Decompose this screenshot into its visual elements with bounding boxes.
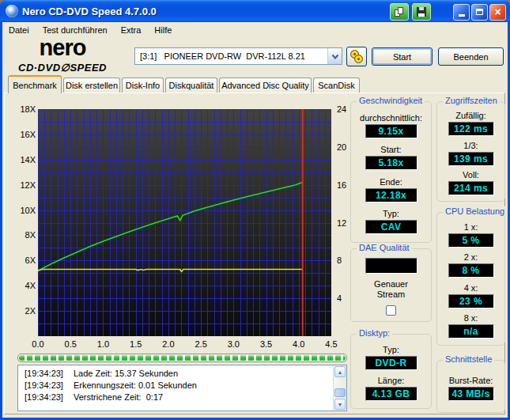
field-label: Ende:: [380, 177, 402, 187]
axis-tick: 20: [337, 142, 346, 152]
lcd-burst-rate: 43 MB/s: [448, 387, 494, 401]
titlebar[interactable]: Nero CD-DVD Speed 4.7.0.0 ×: [0, 0, 510, 22]
panel-geschwindigkeit: Geschwindigkeit durchschnittlich: 9.15x …: [350, 101, 432, 243]
axis-tick: 12X: [20, 180, 36, 190]
axis-tick: 1.0: [97, 339, 109, 349]
app-window: Nero CD-DVD Speed 4.7.0.0 × Datei Test d…: [0, 0, 510, 420]
axis-tick: 0.5: [65, 339, 77, 349]
close-icon: ×: [494, 6, 501, 17]
genauer-stream-checkbox[interactable]: [386, 305, 396, 316]
close-button[interactable]: ×: [489, 4, 506, 21]
field-cpu-1x: 1 x: 5 %: [448, 222, 494, 248]
tab-disk-info[interactable]: Disk-Info: [122, 78, 164, 93]
log-scrollbar[interactable]: ▲ ▼: [333, 365, 346, 411]
menu-datei[interactable]: Datei: [9, 25, 29, 35]
drive-speed-icon: [354, 55, 363, 63]
drive-speed-options-button[interactable]: [346, 47, 367, 66]
panel-title: Geschwindigkeit: [357, 96, 425, 105]
nero-logo-wordmark: nero: [9, 36, 116, 59]
drive-select[interactable]: [3:1] PIONEER DVD-RW DVR-112L 8.21: [134, 47, 342, 65]
tab-advanced-disc-quality[interactable]: Advanced Disc Quality: [219, 78, 312, 93]
field-label: Voll:: [463, 170, 479, 180]
nero-logo: nero CD·DVD∅SPEED: [9, 36, 116, 73]
axis-tick: 8: [337, 255, 342, 265]
lcd-disc-type: DVD-R: [365, 356, 417, 370]
field-zufaellig: Zufällig: 122 ms: [448, 111, 494, 136]
menu-extra[interactable]: Extra: [121, 25, 142, 35]
app-icon: [6, 5, 18, 17]
axis-tick: 1.5: [130, 339, 142, 349]
checkbox-label-line1: Genauer: [374, 279, 408, 289]
chart-plot-area: [38, 109, 331, 336]
scroll-down-icon[interactable]: ▼: [334, 399, 346, 410]
field-burst-rate: Burst-Rate: 43 MB/s: [448, 376, 494, 401]
axis-tick: 6X: [25, 255, 36, 265]
field-label: Zufällig:: [455, 111, 486, 120]
axis-tick: 8X: [25, 230, 36, 240]
start-button[interactable]: Start: [372, 47, 433, 66]
tab-benchmark[interactable]: Benchmark: [8, 75, 62, 93]
scroll-up-icon[interactable]: ▲: [334, 366, 346, 377]
app-body: Datei Test durchführen Extra Hilfe nero …: [2, 22, 508, 418]
field-typ: Typ: CAV: [365, 209, 417, 234]
panel-title: CPU Belastung: [443, 206, 507, 216]
combo-arrow-icon[interactable]: [327, 48, 342, 64]
field-label: 8 x:: [464, 313, 478, 323]
axis-tick: 3.5: [260, 339, 272, 349]
log-time: [19:34:23]: [25, 368, 74, 380]
lcd-start-speed: 5.18x: [365, 156, 417, 170]
axis-tick: 16: [337, 180, 346, 190]
tab-disk-erstellen[interactable]: Disk erstellen: [63, 78, 120, 93]
field-start: Start: 5.18x: [365, 145, 417, 170]
panel-title: Disktyp:: [357, 328, 392, 338]
log-text: Lade Zeit: 15.37 Sekunden: [74, 368, 178, 380]
axis-tick: 4.0: [293, 339, 304, 349]
quit-button[interactable]: Beenden: [438, 47, 504, 66]
lcd-end-speed: 12.18x: [365, 188, 417, 202]
x-axis: 0.00.51.01.52.02.53.03.54.04.5: [38, 339, 331, 350]
test-progress-bar: [17, 354, 347, 362]
axis-tick: 10X: [20, 206, 36, 215]
lcd-cpu-2x: 8 %: [448, 263, 494, 278]
scroll-thumb[interactable]: [334, 388, 346, 397]
field-durchschnittlich: durchschnittlich: 9.15x: [360, 113, 422, 138]
lcd-full-access: 214 ms: [448, 181, 494, 195]
axis-tick: 4X: [25, 281, 36, 290]
maximize-button[interactable]: [471, 4, 488, 21]
save-results-button[interactable]: [412, 3, 431, 21]
lcd-dae-quality: [365, 258, 417, 274]
copy-results-button[interactable]: [390, 3, 409, 21]
y-axis-left: 18X16X14X12X10X8X6X4X2X: [10, 109, 36, 336]
series-rotation-speed: [38, 270, 302, 272]
tab-diskqualitaet[interactable]: Diskqualität: [165, 78, 217, 93]
field-label: Länge:: [378, 376, 405, 385]
window-title: Nero CD-DVD Speed 4.7.0.0: [22, 6, 157, 17]
panel-schnittstelle: Schnittstelle Burst-Rate: 43 MB/s: [436, 360, 505, 413]
field-one-third: 1/3: 139 ms: [448, 141, 494, 166]
field-label: Typ:: [383, 345, 399, 354]
panel-cpu-belastung: CPU Belastung 1 x: 5 % 2 x: 8 % 4 x: 23 …: [436, 212, 505, 346]
tab-scandisk[interactable]: ScanDisk: [313, 78, 360, 93]
field-label: 4 x:: [464, 283, 478, 293]
lcd-cpu-1x: 5 %: [448, 233, 494, 248]
menu-test-durchfuehren[interactable]: Test durchführen: [43, 25, 108, 35]
panel-title: Zugriffszeiten: [443, 96, 500, 105]
drive-select-value: [3:1] PIONEER DVD-RW DVR-112L 8.21: [135, 51, 327, 61]
field-label: Start:: [380, 145, 401, 154]
menu-hilfe[interactable]: Hilfe: [154, 25, 172, 35]
field-cpu-2x: 2 x: 8 %: [448, 252, 494, 278]
axis-tick: 4.5: [325, 339, 337, 349]
field-label: 2 x:: [464, 252, 478, 262]
log-line: [19:34:23] Lade Zeit: 15.37 Sekunden: [25, 368, 345, 380]
field-cpu-8x: 8 x: n/a: [448, 313, 494, 339]
field-label: Typ:: [383, 209, 399, 218]
log-text: Verstrichene Zeit: 0:17: [74, 392, 163, 403]
copy-results-icon: [395, 7, 405, 17]
axis-tick: 3.0: [228, 339, 240, 349]
field-label: durchschnittlich:: [360, 113, 422, 123]
series-transfer-rate: [38, 183, 302, 271]
log-time: [19:34:23]: [25, 392, 74, 403]
log-box[interactable]: [19:34:23] Lade Zeit: 15.37 Sekunden [19…: [17, 365, 347, 411]
lcd-cpu-4x: 23 %: [448, 294, 494, 308]
minimize-button[interactable]: [453, 4, 470, 21]
